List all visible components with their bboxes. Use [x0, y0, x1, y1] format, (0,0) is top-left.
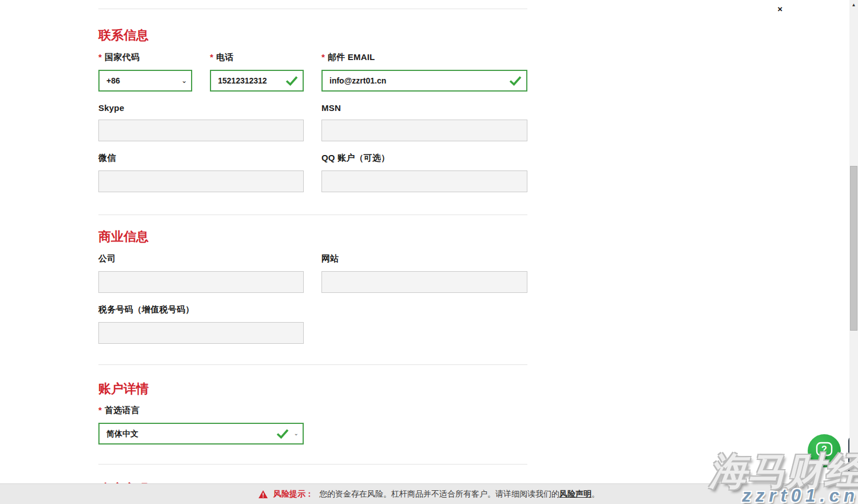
required-asterisk: * [321, 52, 325, 62]
email-input[interactable] [321, 70, 527, 92]
tax-number-label: 税务号码（增值税号码） [98, 304, 304, 315]
skype-label: Skype [98, 103, 304, 113]
required-asterisk: * [98, 405, 102, 415]
qq-input[interactable] [321, 170, 527, 192]
tax-number-input[interactable] [98, 322, 304, 344]
website-input[interactable] [321, 271, 527, 293]
language-select[interactable]: 简体中文 [98, 423, 304, 445]
vertical-scrollbar[interactable]: ▲ ▼ [849, 0, 858, 504]
question-bubble-icon: ? [815, 441, 834, 461]
wechat-input[interactable] [98, 170, 304, 192]
msn-input[interactable] [321, 120, 527, 141]
risk-statement-link[interactable]: 风险声明 [559, 489, 591, 499]
section-divider [98, 9, 527, 9]
required-asterisk: * [210, 52, 213, 62]
country-code-select[interactable]: +86 [98, 70, 192, 92]
email-label: *邮件 EMAIL [321, 52, 527, 63]
business-section-title: 商业信息 [98, 228, 527, 245]
contact-section-title: 联系信息 [98, 27, 527, 44]
scroll-up-button[interactable]: ▲ [849, 0, 858, 9]
svg-text:?: ? [821, 445, 827, 454]
registration-form: 联系信息 *国家代码 +86 ⌄ *电话 *邮件 EMAIL [98, 0, 527, 498]
close-icon[interactable]: × [777, 5, 782, 13]
qq-label: QQ 账户（可选） [321, 153, 527, 164]
msn-label: MSN [321, 103, 527, 113]
risk-text-suffix: 。 [591, 489, 599, 499]
section-divider [98, 464, 527, 465]
scroll-down-button[interactable]: ▼ [849, 495, 858, 504]
section-divider [98, 364, 527, 365]
wechat-label: 微信 [98, 153, 304, 164]
phone-input[interactable] [210, 70, 304, 92]
website-label: 网站 [321, 253, 527, 264]
risk-warning-bar: 风险提示： 您的资金存在风险。杠杆商品并不适合所有客户。请详细阅读我们的风险声明… [0, 483, 858, 504]
risk-text: 您的资金存在风险。杠杆商品并不适合所有客户。请详细阅读我们的 [319, 489, 559, 499]
country-code-label: *国家代码 [98, 52, 192, 63]
help-chat-button[interactable]: ? [808, 434, 841, 467]
language-label: *首选语言 [98, 405, 304, 416]
company-input[interactable] [98, 271, 304, 293]
account-section-title: 账户详情 [98, 380, 527, 398]
risk-label: 风险提示： [273, 489, 313, 499]
section-divider [98, 215, 527, 215]
required-asterisk: * [98, 52, 102, 62]
company-label: 公司 [98, 253, 304, 264]
warning-triangle-icon [259, 490, 268, 498]
scrollbar-thumb[interactable] [850, 166, 857, 331]
skype-input[interactable] [98, 120, 304, 141]
phone-label: *电话 [210, 52, 304, 63]
